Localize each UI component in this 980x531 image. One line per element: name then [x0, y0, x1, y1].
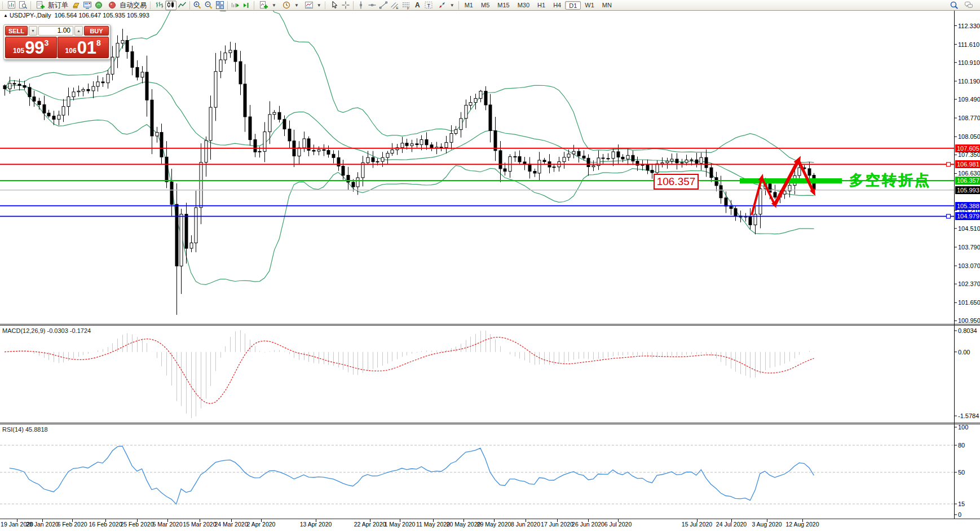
buy-price-point: 8	[96, 38, 101, 47]
candle-body	[58, 115, 60, 119]
sell-button[interactable]: SELL	[5, 26, 28, 36]
candle-body	[632, 155, 634, 161]
candle-body	[710, 168, 713, 178]
one-click-toggle-icon[interactable]: ▲	[3, 13, 8, 18]
candle-body	[553, 167, 555, 168]
rsi-scale-label: 0	[958, 511, 961, 518]
candle-body	[808, 169, 811, 175]
candle-body	[229, 50, 232, 53]
candle-body	[734, 209, 737, 216]
buy-price-display[interactable]: 106 01 8	[58, 37, 109, 58]
chart-canvas[interactable]	[0, 0, 980, 531]
candle-body	[705, 157, 708, 168]
candle-body	[356, 178, 359, 187]
candle-body	[612, 152, 615, 159]
candle-body	[690, 160, 693, 160]
candle-body	[725, 198, 727, 207]
candle-body	[116, 43, 119, 58]
time-label: 15 Mar 2020	[183, 521, 217, 528]
candle-body	[121, 41, 124, 43]
candle-body	[254, 140, 257, 152]
candle-body	[72, 92, 75, 97]
candle-body	[107, 74, 109, 82]
candle-body	[528, 164, 531, 172]
candle-body	[533, 172, 536, 173]
price-tick-label: 103.070	[958, 262, 980, 269]
candle-body	[77, 91, 80, 92]
candle-body	[617, 152, 620, 157]
candle-body	[656, 164, 659, 173]
candle-body	[469, 103, 472, 106]
candle-body	[303, 139, 306, 148]
candle-body	[681, 163, 683, 163]
time-label: 25 Feb 2020	[121, 521, 154, 528]
candle-body	[195, 208, 197, 243]
candle-body	[445, 142, 448, 147]
candle-body	[327, 151, 330, 155]
time-label: 6 Jul 2020	[604, 521, 632, 528]
candle-body	[666, 161, 669, 163]
bollinger-band-line	[5, 0, 814, 163]
green-highlight-bar	[740, 178, 842, 183]
candle-body	[386, 153, 389, 158]
price-badge: 105.993	[955, 186, 980, 194]
sell-price-display[interactable]: 105 99 3	[5, 37, 57, 58]
candle-body	[730, 207, 732, 209]
candle-body	[258, 151, 261, 152]
candle-body	[347, 175, 350, 182]
candle-body	[13, 84, 16, 84]
volume-decrease-button[interactable]: ▼	[29, 26, 37, 36]
time-label: 8 Jun 2020	[511, 521, 540, 528]
macd-signal-line	[5, 337, 814, 404]
volume-input[interactable]: 1.00	[38, 26, 73, 36]
candle-body	[646, 165, 649, 170]
candle-body	[405, 143, 408, 146]
turning-point-annotation[interactable]: 多空转折点	[849, 170, 931, 190]
price-tick-label: 102.370	[958, 280, 980, 287]
candle-body	[514, 156, 517, 157]
price-text-annotation[interactable]: 106.357	[654, 174, 699, 190]
macd-scale-min: -1.5784	[958, 412, 979, 419]
candle-body	[278, 112, 281, 119]
rsi-line	[10, 446, 814, 504]
candle-body	[52, 116, 55, 120]
candle-body	[410, 144, 413, 146]
price-tick-label: 111.610	[958, 41, 979, 48]
candle-body	[312, 150, 315, 151]
candle-body	[87, 89, 90, 91]
candle-body	[474, 98, 477, 102]
candle-body	[499, 151, 502, 169]
rsi-scale-label: 100	[958, 424, 968, 431]
candle-body	[577, 151, 580, 156]
candle-body	[101, 82, 104, 83]
candle-body	[676, 159, 678, 163]
buy-button[interactable]: BUY	[84, 26, 109, 36]
candle-body	[651, 170, 654, 173]
price-badge: 105.388	[955, 202, 980, 210]
candle-body	[62, 107, 65, 115]
candle-body	[376, 161, 379, 162]
candle-body	[96, 82, 99, 86]
candle-body	[454, 130, 457, 134]
candle-body	[175, 204, 178, 266]
candle-body	[715, 178, 718, 186]
candle-body	[484, 91, 487, 106]
candle-body	[587, 158, 590, 166]
candle-body	[283, 120, 286, 129]
volume-increase-button[interactable]: ▲	[74, 26, 83, 36]
time-label: 12 Aug 2020	[786, 521, 819, 528]
sell-price-point: 3	[45, 38, 49, 47]
price-tick-label: 109.490	[958, 96, 980, 103]
candle-body	[416, 144, 418, 145]
time-label: 6 Feb 2020	[57, 521, 87, 528]
candle-body	[3, 86, 6, 89]
time-label: 28 Jan 2020	[26, 521, 59, 528]
time-label: 24 Jul 2020	[716, 521, 747, 528]
candle-body	[92, 86, 95, 91]
candle-body	[131, 52, 134, 68]
candle-body	[621, 157, 624, 159]
candle-body	[23, 86, 26, 87]
candle-body	[200, 163, 202, 208]
price-tick-label: 108.770	[958, 115, 980, 121]
candle-body	[33, 97, 36, 102]
